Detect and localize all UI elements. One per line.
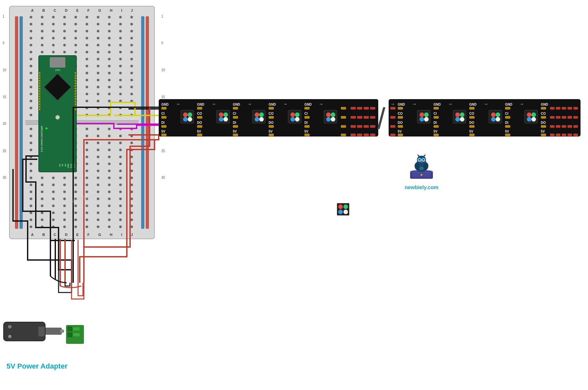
svg-text:CI: CI — [161, 112, 165, 115]
svg-rect-163 — [550, 107, 555, 110]
svg-text:→: → — [390, 101, 395, 107]
svg-text:DI: DI — [505, 121, 508, 124]
svg-rect-79 — [351, 125, 356, 128]
svg-rect-129 — [469, 107, 474, 110]
svg-rect-174 — [562, 134, 566, 136]
svg-text:CI: CI — [304, 112, 308, 115]
svg-rect-110 — [398, 125, 403, 128]
svg-rect-84 — [357, 134, 362, 136]
arduino-nano: 2009 D133V3REFA0A1A2 ARDUINO NANO V3.0 — [38, 55, 77, 172]
svg-rect-167 — [556, 107, 560, 110]
svg-text:→: → — [484, 101, 488, 107]
terminal-block — [66, 325, 84, 344]
svg-text:GND: GND — [469, 103, 476, 106]
svg-text:DI: DI — [161, 121, 165, 124]
svg-rect-36 — [252, 110, 265, 123]
svg-rect-70 — [304, 125, 310, 128]
svg-rect-168 — [556, 116, 560, 119]
svg-rect-87 — [364, 125, 369, 128]
svg-point-149 — [527, 117, 531, 122]
svg-rect-47 — [269, 107, 274, 110]
svg-point-52 — [295, 112, 300, 117]
svg-point-190 — [421, 174, 422, 176]
svg-rect-7 — [161, 116, 167, 119]
svg-text:CO: CO — [541, 112, 546, 115]
svg-rect-33 — [233, 107, 238, 110]
svg-text:DO: DO — [398, 121, 403, 124]
svg-rect-146 — [525, 110, 538, 123]
svg-rect-75 — [341, 125, 346, 128]
svg-text:5V: 5V — [541, 130, 545, 133]
svg-rect-8 — [181, 110, 194, 123]
svg-point-9 — [183, 112, 188, 117]
svg-point-134 — [496, 112, 500, 117]
svg-text:→: → — [176, 101, 180, 107]
svg-rect-145 — [505, 116, 510, 119]
svg-point-119 — [455, 112, 460, 117]
svg-text:DO: DO — [197, 121, 202, 124]
svg-point-108 — [424, 117, 429, 122]
svg-text:CO: CO — [269, 112, 274, 115]
svg-rect-170 — [556, 134, 560, 136]
svg-rect-50 — [288, 110, 301, 123]
svg-text:5V: 5V — [197, 130, 201, 133]
svg-rect-14 — [161, 125, 167, 128]
svg-point-106 — [424, 112, 429, 117]
svg-text:CI: CI — [505, 112, 508, 115]
svg-rect-138 — [469, 125, 474, 128]
svg-rect-165 — [550, 125, 555, 128]
svg-text:→: → — [247, 101, 252, 107]
svg-rect-91 — [370, 125, 375, 128]
svg-rect-72 — [304, 134, 310, 136]
svg-point-148 — [531, 112, 536, 117]
svg-text:→: → — [519, 101, 524, 107]
svg-text:GND: GND — [161, 103, 168, 106]
svg-point-11 — [183, 117, 188, 122]
svg-rect-22 — [217, 110, 230, 123]
svg-point-37 — [255, 112, 259, 117]
svg-rect-140 — [469, 134, 474, 136]
arduino-year: 2009 — [40, 69, 75, 71]
svg-rect-16 — [161, 134, 167, 136]
svg-text:GND: GND — [269, 103, 276, 106]
svg-rect-166 — [550, 134, 555, 136]
svg-text:→: → — [211, 101, 216, 107]
svg-rect-5 — [161, 107, 167, 110]
svg-rect-179 — [573, 107, 578, 110]
svg-rect-90 — [370, 116, 375, 119]
svg-rect-131 — [469, 116, 474, 119]
svg-point-26 — [223, 117, 228, 122]
svg-point-65 — [326, 112, 331, 117]
svg-rect-164 — [550, 116, 555, 119]
svg-rect-112 — [398, 134, 403, 136]
svg-rect-175 — [568, 107, 572, 110]
arduino-usb-connector — [50, 57, 65, 68]
svg-rect-181 — [573, 125, 578, 128]
svg-rect-92 — [370, 134, 375, 136]
svg-text:GND: GND — [398, 103, 405, 106]
svg-text:GND: GND — [197, 103, 204, 106]
svg-text:5V: 5V — [233, 130, 237, 133]
svg-rect-173 — [562, 125, 566, 128]
svg-rect-126 — [434, 134, 439, 136]
svg-point-122 — [460, 117, 464, 122]
svg-rect-28 — [197, 125, 202, 128]
svg-text:CO: CO — [398, 112, 403, 115]
svg-point-12 — [188, 117, 192, 122]
svg-point-51 — [290, 112, 295, 117]
svg-rect-160 — [541, 125, 546, 128]
breadboard: A B C D E F G H I J A B C D E F G H I J … — [9, 6, 155, 239]
arduino-reset-button[interactable] — [55, 115, 60, 120]
svg-text:→: → — [448, 101, 452, 107]
arduino-pins-right — [75, 72, 77, 110]
svg-point-133 — [491, 112, 496, 117]
svg-point-23 — [219, 112, 223, 117]
svg-rect-21 — [197, 116, 202, 119]
col-labels-bottom: A B C D E F G H I J — [27, 233, 137, 237]
svg-point-53 — [290, 117, 295, 122]
svg-text:→: → — [412, 101, 417, 107]
svg-text:GND: GND — [505, 103, 512, 106]
svg-rect-162 — [541, 134, 546, 136]
svg-rect-56 — [269, 125, 274, 128]
svg-rect-154 — [505, 134, 510, 136]
